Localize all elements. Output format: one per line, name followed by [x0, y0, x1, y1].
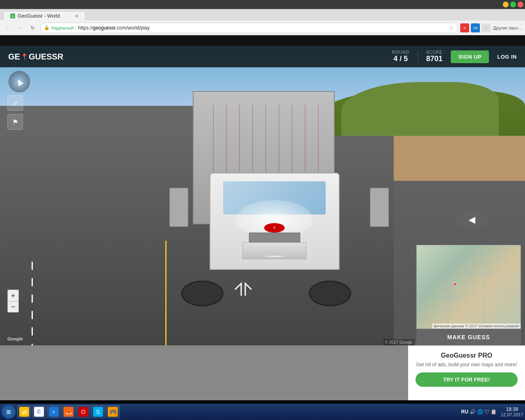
logo-geo: GE [8, 52, 20, 62]
score-label: SCORE [426, 50, 443, 55]
mini-map-copyright: фические данные © 2017 Условия использов… [432, 324, 520, 329]
taskbar-items: 📁 C e 🦊 O S 🎮 [17, 405, 461, 418]
secure-label: Надёжный [51, 25, 73, 30]
promo-description: Get rid of ads, build your own maps and … [415, 362, 518, 368]
tray-icon-4: 📋 [491, 409, 497, 415]
google-logo: Google [7, 336, 23, 341]
taskbar-icon-firefox: 🦊 [64, 407, 73, 417]
ext-icon-3[interactable]: ↓ [482, 23, 491, 32]
close-button[interactable] [518, 2, 523, 7]
expand-button[interactable]: ⤢ [7, 95, 23, 111]
system-tray: RU 🔊 🌐 🛡 📋 [461, 409, 497, 415]
mini-map-marker [453, 283, 457, 286]
compass[interactable]: ▲ [8, 71, 30, 93]
zoom-controls: + − [7, 290, 19, 313]
taskbar-icon-ie: e [49, 407, 59, 417]
lower-section: GeoGuessr PRO Get rid of ads, build your… [0, 345, 525, 400]
make-guess-button[interactable]: MAKE GUESS [416, 329, 521, 345]
ext-icon-1[interactable]: A [460, 23, 469, 32]
flag-button[interactable]: ⚑ [7, 114, 23, 130]
ext-icon-2[interactable]: Ab [471, 23, 480, 32]
back-button[interactable]: ← [3, 23, 13, 33]
score-info: SCORE 8701 [426, 50, 443, 63]
taskbar-icon-opera: O [78, 407, 88, 417]
nav-right-section: ROUND 4 / 5 SCORE 8701 SIGN UP LOG IN [392, 50, 517, 63]
truck-cabin: T [210, 173, 340, 270]
taskbar-icon-chrome: C [34, 407, 44, 417]
truck-wheel-right [309, 281, 352, 306]
tab-favicon: G [10, 14, 15, 18]
round-value: 4 / 5 [393, 55, 408, 63]
secure-icon: 🔒 [44, 25, 50, 30]
sv-truck: T [158, 91, 394, 307]
mini-map-lines [417, 245, 520, 329]
active-tab[interactable]: G GeoGuessr - World ✕ [3, 11, 85, 21]
address-bar[interactable]: 🔒 Надёжный | https://geoguessr.com/world… [40, 23, 458, 33]
url-divider: | [75, 25, 76, 31]
start-button[interactable]: ⊞ [2, 405, 16, 419]
forward-button[interactable]: → [16, 23, 25, 33]
app-container: T ◀ GE📍GUESSR ROUND [0, 46, 525, 345]
toolbar-extensions: A Ab ↓ [460, 23, 491, 32]
mini-map-bg: фические данные © 2017 Условия использов… [417, 245, 520, 329]
truck-front-bottom [242, 242, 306, 260]
score-value: 8701 [426, 55, 443, 63]
browser-chrome: G GeoGuessr - World ✕ ← → ↻ 🔒 Надёжный |… [0, 0, 525, 35]
clock-date: 12.07.2017 [501, 412, 523, 417]
login-button[interactable]: LOG IN [497, 54, 517, 60]
geoguessr-logo: GE📍GUESSR [8, 52, 63, 62]
taskbar-item-2[interactable]: C [32, 405, 46, 418]
compass-circle: ▲ [8, 71, 30, 93]
clock-time: 18:39 [506, 406, 518, 412]
taskbar-item-7[interactable]: 🎮 [106, 405, 120, 418]
taskbar-icon-gaming: 🎮 [108, 407, 118, 417]
nav-arrows [231, 277, 256, 301]
url-text: https://geoguessr.com/world/play [78, 25, 449, 31]
signup-button[interactable]: SIGN UP [451, 50, 489, 63]
tab-title: GeoGuessr - World [18, 13, 60, 19]
taskbar-item-5[interactable]: O [76, 405, 90, 418]
nav-divider [418, 50, 418, 63]
tab-bar: G GeoGuessr - World ✕ [0, 9, 525, 21]
minimize-button[interactable] [503, 2, 509, 7]
taskbar-item-6[interactable]: S [91, 405, 105, 418]
bookmark-icon[interactable]: ☆ [449, 25, 454, 31]
lower-left-bg [0, 345, 408, 400]
map-line-3 [417, 291, 520, 300]
truck-mirror-left [169, 188, 188, 227]
map-line-4 [484, 245, 484, 329]
clock[interactable]: 18:39 12.07.2017 [501, 406, 523, 417]
compass-arrow: ▲ [11, 73, 27, 90]
taskbar-item-4[interactable]: 🦊 [62, 405, 75, 418]
taskbar: ⊞ 📁 C e 🦊 O S 🎮 RU 🔊 🌐 🛡 📋 [0, 404, 525, 420]
tray-icon-1: 🔊 [470, 409, 476, 415]
tab-close-button[interactable]: ✕ [75, 14, 78, 19]
geoguessr-navbar: GE📍GUESSR ROUND 4 / 5 SCORE 8701 SIGN UP… [0, 46, 525, 67]
other-bookmarks[interactable]: Другие закл... [493, 25, 522, 30]
promo-cta-button[interactable]: TRY IT FOR FREE! [415, 372, 518, 387]
title-bar [0, 0, 525, 9]
tray-icon-3: 🛡 [484, 409, 489, 415]
url-domain: geoguessr [93, 25, 115, 31]
back-nav-arrow[interactable]: ◀ [455, 211, 488, 229]
truck-mirror-right [370, 188, 389, 227]
logo-guessr: GUESSR [29, 52, 63, 62]
left-controls: ⤢ ⚑ [7, 95, 23, 130]
maximize-button[interactable] [510, 2, 516, 7]
sv-road-lines [32, 262, 33, 345]
taskbar-item-1[interactable]: 📁 [17, 405, 31, 418]
tray-icon-2: 🌐 [477, 409, 483, 415]
zoom-in-button[interactable]: + [7, 290, 19, 301]
promo-title: GeoGuessr PRO [415, 352, 518, 359]
taskbar-item-3[interactable]: e [47, 405, 61, 418]
truck-license-blur [263, 256, 286, 257]
tray-lang[interactable]: RU [461, 409, 468, 415]
reload-button[interactable]: ↻ [28, 23, 38, 33]
map-line-1 [417, 274, 520, 275]
mini-map[interactable]: фические данные © 2017 Условия использов… [416, 245, 521, 329]
browser-toolbar: ← → ↻ 🔒 Надёжный | https://geoguessr.com… [0, 21, 525, 35]
black-banner [0, 35, 525, 46]
zoom-out-button[interactable]: − [7, 301, 19, 313]
map-line-2 [448, 245, 448, 329]
logo-pin: 📍 [21, 53, 28, 60]
